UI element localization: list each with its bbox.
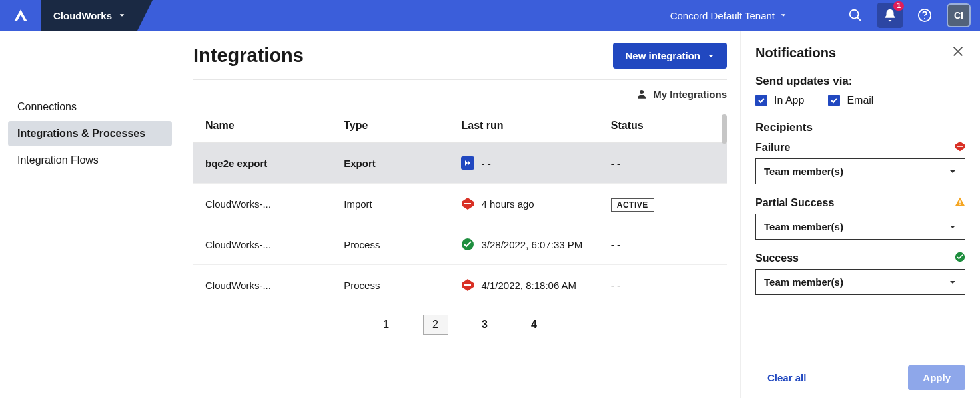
status-badge: ACTIVE [611, 198, 654, 212]
close-icon [951, 44, 965, 59]
my-integrations-toggle[interactable]: My Integrations [636, 88, 727, 100]
svg-point-3 [924, 18, 925, 19]
last-run-text: 3/28/2022, 6:07:33 PM [481, 239, 582, 250]
avatar-initials: CI [954, 10, 963, 21]
cell-type: Export [332, 143, 449, 184]
partial-select[interactable]: Team member(s) [755, 214, 965, 240]
apply-button[interactable]: Apply [908, 365, 965, 390]
notifications-title: Notifications [755, 45, 836, 61]
table-row[interactable]: bqe2e export Export - - - - [193, 143, 727, 184]
recipient-group-failure: Failure Team member(s) [755, 141, 965, 184]
search-button[interactable] [843, 3, 868, 28]
recipient-group-partial: Partial Success Team member(s) [755, 196, 965, 240]
col-status[interactable]: Status [599, 112, 727, 143]
cell-status: - - [599, 143, 727, 184]
page-4[interactable]: 4 [522, 315, 547, 335]
help-button[interactable] [912, 3, 937, 28]
page-1[interactable]: 1 [374, 315, 399, 335]
button-label: New integration [625, 50, 700, 61]
cell-name: bqe2e export [193, 143, 332, 184]
sidebar: Connections Integrations & Processes Int… [0, 31, 180, 398]
new-integration-button[interactable]: New integration [613, 43, 727, 69]
pagination: 1 2 3 4 [193, 305, 727, 337]
select-value: Team member(s) [764, 166, 843, 177]
cell-status: - - [599, 265, 727, 305]
user-avatar[interactable]: CI [947, 3, 971, 27]
cell-type: Process [332, 224, 449, 265]
chevron-down-icon [119, 12, 125, 19]
sidebar-item-label: Connections [17, 101, 77, 112]
checkbox-label: In App [774, 95, 804, 106]
cell-last-run: - - [449, 143, 598, 184]
cell-last-run: 4 hours ago [449, 184, 598, 224]
notifications-header: Notifications [755, 44, 965, 61]
brand-logo[interactable] [0, 0, 41, 31]
partial-label: Partial Success [755, 197, 834, 209]
cell-type: Import [332, 184, 449, 224]
select-value: Team member(s) [764, 221, 843, 232]
integrations-table: Name Type Last run Status bqe2e export E… [193, 112, 727, 305]
cell-type: Process [332, 265, 449, 305]
svg-point-0 [850, 10, 859, 19]
sidebar-item-label: Integration Flows [17, 154, 99, 166]
content-area: Integrations New integration My Integrat… [180, 31, 740, 398]
last-run-text: 4/1/2022, 8:18:06 AM [481, 280, 576, 291]
send-updates-label: Send updates via: [755, 75, 965, 88]
cell-last-run: 4/1/2022, 8:18:06 AM [449, 265, 598, 305]
notifications-panel: Notifications Send updates via: In App E… [740, 31, 980, 398]
scrollbar-thumb[interactable] [722, 114, 727, 144]
cell-status: ACTIVE [599, 184, 727, 224]
cell-name: CloudWorks-... [193, 224, 332, 265]
fail-icon [461, 197, 474, 210]
success-select[interactable]: Team member(s) [755, 269, 965, 295]
checkbox-email[interactable]: Email [828, 95, 873, 106]
table-row[interactable]: CloudWorks-... Process 4/1/2022, 8:18:06… [193, 265, 727, 305]
failure-select[interactable]: Team member(s) [755, 158, 965, 184]
success-icon [955, 252, 965, 265]
page-2[interactable]: 2 [423, 315, 448, 335]
col-type[interactable]: Type [332, 112, 449, 143]
svg-point-4 [640, 90, 644, 94]
checkbox-in-app[interactable]: In App [755, 95, 804, 106]
cell-name: CloudWorks-... [193, 184, 332, 224]
cell-last-run: 3/28/2022, 6:07:33 PM [449, 224, 598, 265]
recipients-label: Recipients [755, 121, 965, 134]
col-name[interactable]: Name [193, 112, 332, 143]
chevron-down-icon [949, 278, 957, 286]
integrations-table-wrap: Name Type Last run Status bqe2e export E… [193, 112, 727, 305]
top-navbar: CloudWorks Concord Default Tenant 1 CI [0, 0, 980, 31]
logo-icon [12, 7, 29, 24]
page-3[interactable]: 3 [472, 315, 498, 335]
page-header: Integrations New integration [193, 43, 727, 80]
sidebar-item-connections[interactable]: Connections [8, 95, 172, 120]
user-icon [636, 88, 648, 100]
chevron-down-icon [780, 12, 787, 19]
cell-name: CloudWorks-... [193, 265, 332, 305]
app-switcher[interactable]: CloudWorks [41, 0, 137, 31]
my-integrations-row: My Integrations [193, 80, 727, 112]
tenant-name: Concord Default Tenant [670, 10, 775, 21]
checkbox-icon [755, 95, 767, 106]
clear-all-button[interactable]: Clear all [755, 372, 806, 383]
svg-line-1 [857, 17, 861, 21]
sidebar-item-label: Integrations & Processes [17, 128, 145, 139]
svg-rect-6 [464, 203, 471, 204]
checkbox-label: Email [847, 95, 873, 106]
chevron-down-icon [949, 223, 957, 231]
tenant-dropdown[interactable]: Concord Default Tenant [670, 10, 787, 21]
chevron-down-icon [949, 168, 957, 176]
sidebar-item-integrations-processes[interactable]: Integrations & Processes [8, 121, 172, 146]
table-row[interactable]: CloudWorks-... Import 4 hours ago AC [193, 184, 727, 224]
recipient-group-success: Success Team member(s) [755, 252, 965, 295]
col-last-run[interactable]: Last run [449, 112, 598, 143]
table-row[interactable]: CloudWorks-... Process 3/28/2022, 6:07:3… [193, 224, 727, 265]
chevron-down-icon [707, 52, 715, 60]
bell-icon [883, 8, 897, 23]
notifications-button[interactable]: 1 [877, 3, 903, 28]
main-layout: Connections Integrations & Processes Int… [0, 31, 980, 398]
sidebar-item-integration-flows[interactable]: Integration Flows [8, 148, 172, 173]
help-icon [917, 8, 932, 23]
channel-checkboxes: In App Email [755, 95, 965, 106]
close-button[interactable] [951, 44, 965, 61]
svg-rect-15 [959, 204, 961, 205]
